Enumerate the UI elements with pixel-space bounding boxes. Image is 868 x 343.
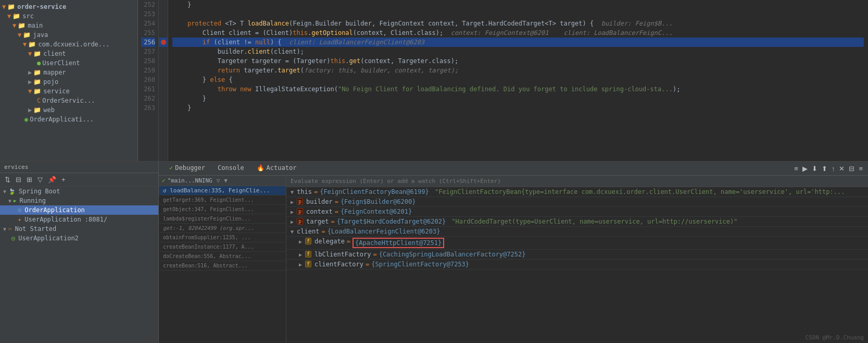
debugger-tabs: ✓ Debugger Console 🔥 Actuator ≡ ▶ ⬇ ⬆ ↑ … xyxy=(159,162,868,176)
stepinto-icon-btn[interactable]: ⬆ xyxy=(821,164,828,174)
debugger-panel: ✓ Debugger Console 🔥 Actuator ≡ ▶ ⬇ ⬆ ↑ … xyxy=(159,162,868,343)
file-tree-item-client[interactable]: ▼ 📁 client xyxy=(0,49,137,58)
frame-selector[interactable]: "main...NNING xyxy=(168,177,212,184)
code-line-261: throw new IllegalStateException("No Feig… xyxy=(172,84,864,94)
expand-icon: ▼ xyxy=(3,189,6,194)
var-item-builder[interactable]: ▶ p builder = {Feign$Builder@6200} xyxy=(286,197,868,207)
call-stack-header: ✓ "main...NNING ▽ ▼ xyxy=(159,176,286,186)
filter-icon[interactable]: ▽ xyxy=(217,177,220,184)
stepout-icon-btn[interactable]: ↑ xyxy=(831,164,836,174)
type-f-icon-2: f xyxy=(305,251,311,258)
orderapplication-icon: ⚙ xyxy=(18,206,21,214)
var-item-clientfactory[interactable]: ▶ f clientFactory = {SpringClientFactory… xyxy=(286,260,868,270)
file-tree-item-order-service[interactable]: ▼ 📁 order-service xyxy=(0,2,137,11)
eval-input[interactable] xyxy=(291,178,864,185)
toolbar-btn-add[interactable]: + xyxy=(60,175,67,185)
tree-item-notstarted[interactable]: ▼ ✂ Not Started xyxy=(0,224,158,234)
toolbar-btn-pin[interactable]: 📌 xyxy=(46,175,58,185)
var-item-target[interactable]: ▶ p target = {Target$HardCodedTarget@620… xyxy=(286,217,868,227)
tree-item-running[interactable]: ▼ ▶ Running xyxy=(0,196,158,205)
call-item-8[interactable]: createBean:516, Abstract... xyxy=(159,261,286,271)
toolbar-btn-filter[interactable]: ▽ xyxy=(36,175,44,185)
code-line-259: return targeter.target( factory: this, b… xyxy=(172,66,864,75)
rerun-icon-btn[interactable]: ≡ xyxy=(793,164,799,174)
frames-icon-btn[interactable]: ⊟ xyxy=(848,164,856,174)
call-item-7[interactable]: doCreateBean:556, Abstrac... xyxy=(159,252,286,261)
toolbar-btn-collapse[interactable]: ⊟ xyxy=(14,175,23,185)
tree-item-springboot[interactable]: ▼ 🍃 Spring Boot xyxy=(0,187,158,196)
type-f-icon: f xyxy=(305,238,311,244)
expand-context-icon: ▶ xyxy=(291,209,294,215)
code-line-258: Targeter targeter = (Targeter)this.get(c… xyxy=(172,56,864,66)
expand-delegate-icon: ▶ xyxy=(299,239,302,244)
expand-target-icon: ▶ xyxy=(291,219,294,225)
tab-debugger[interactable]: ✓ Debugger xyxy=(163,162,211,175)
line-numbers: 252 253 254 255 256 257 258 259 260 261 … xyxy=(138,0,159,161)
var-item-lbclientfactory[interactable]: ▶ f lbClientFactory = {CachingSpringLoad… xyxy=(286,250,868,260)
userapplication2-icon: ◎ xyxy=(11,235,15,242)
expand-icon: ▼ xyxy=(8,198,11,204)
expand-builder-icon: ▶ xyxy=(291,199,294,205)
call-item-1[interactable]: getTarget:369, FeignClient... xyxy=(159,195,286,205)
notstarted-label: Not Started xyxy=(15,225,56,232)
userapplication-icon: ✦ xyxy=(18,216,21,223)
file-tree-item-service[interactable]: ▼ 📁 service xyxy=(0,87,137,96)
file-tree-item-src[interactable]: ▼ 📁 src xyxy=(0,11,137,21)
file-tree-item-web[interactable]: ▶ 📁 web xyxy=(0,105,137,115)
threads-icon-btn[interactable]: ≡ xyxy=(858,164,864,174)
notstarted-icon: ✂ xyxy=(8,226,12,232)
file-tree: ▼ 📁 order-service ▼ 📁 src ▼ 📁 main ▼ 📁 j… xyxy=(0,0,138,161)
springboot-label: Spring Boot xyxy=(19,188,60,195)
tree-item-orderapplication[interactable]: ⚙ OrderApplication xyxy=(0,205,158,215)
editor-area: ▼ 📁 order-service ▼ 📁 src ▼ 📁 main ▼ 📁 j… xyxy=(0,0,868,162)
file-tree-item-mapper[interactable]: ▶ 📁 mapper xyxy=(0,68,137,77)
call-item-4[interactable]: get:-1, 820422499 (org.spr... xyxy=(159,224,286,233)
toolbar-btn-group[interactable]: ⊞ xyxy=(25,175,34,185)
call-item-5[interactable]: obtainFromSupplier:1235, ... xyxy=(159,233,286,242)
expand-client-icon: ▼ xyxy=(291,229,294,235)
var-item-delegate[interactable]: ▶ f delegate = {ApacheHttpClient@7251} xyxy=(286,237,868,250)
code-line-263: } xyxy=(172,103,864,113)
gutter xyxy=(159,0,168,161)
call-item-2[interactable]: getObject:347, FeignClient... xyxy=(159,205,286,214)
call-item-3[interactable]: lambda$registerFeignClien... xyxy=(159,214,286,224)
running-icon: ▶ xyxy=(14,198,16,203)
stoprunning-icon-btn[interactable]: ✕ xyxy=(838,164,846,174)
file-tree-item-main[interactable]: ▼ 📁 main xyxy=(0,21,137,30)
var-item-client[interactable]: ▼ client = {LoadBalancerFeignClient@6203… xyxy=(286,227,868,237)
call-item-0[interactable]: ↺ loadBalance:335, FeignClie... xyxy=(159,186,286,195)
bottom-panel: ervices ⇅ ⊟ ⊞ ▽ 📌 + ▼ 🍃 Spring Boot ▼ xyxy=(0,162,868,343)
resume-icon-btn[interactable]: ▶ xyxy=(801,164,809,174)
toolbar-btn-sort[interactable]: ⇅ xyxy=(3,175,12,185)
dropdown-icon[interactable]: ▼ xyxy=(224,177,228,184)
var-item-this[interactable]: ▼ this = {FeignClientFactoryBean@6199} "… xyxy=(286,187,868,197)
services-header: ervices xyxy=(0,162,158,173)
code-line-257: builder.client(client); xyxy=(172,47,864,56)
running-label: Running xyxy=(19,197,46,204)
debugger-content: ✓ "main...NNING ▽ ▼ ↺ loadBalance:335, F… xyxy=(159,176,868,343)
file-tree-item-userclient[interactable]: ● UserClient xyxy=(0,58,137,68)
file-tree-item-orderapplication[interactable]: ◉ OrderApplicati... xyxy=(0,115,137,124)
tab-console[interactable]: Console xyxy=(211,162,250,175)
orderapplication-label: OrderApplication xyxy=(24,206,85,214)
eval-bar xyxy=(286,176,868,187)
code-line-253 xyxy=(172,9,864,19)
code-line-262: } xyxy=(172,94,864,103)
file-tree-item-orderservice[interactable]: C OrderServic... xyxy=(0,96,137,105)
file-tree-item-com[interactable]: ▼ 📁 com.dcxuexi.orde... xyxy=(0,40,137,49)
file-tree-item-pojo[interactable]: ▶ 📁 pojo xyxy=(0,77,137,87)
debug-tab-icons: ≡ ▶ ⬇ ⬆ ↑ ✕ ⊟ ≡ xyxy=(793,164,864,174)
services-panel: ervices ⇅ ⊟ ⊞ ▽ 📌 + ▼ 🍃 Spring Boot ▼ xyxy=(0,162,159,343)
main-container: ▼ 📁 order-service ▼ 📁 src ▼ 📁 main ▼ 📁 j… xyxy=(0,0,868,343)
code-editor: 252 253 254 255 256 257 258 259 260 261 … xyxy=(138,0,868,161)
var-item-context[interactable]: ▶ p context = {FeignContext@6201} xyxy=(286,207,868,217)
expand-cf-icon: ▶ xyxy=(299,262,302,267)
tree-item-userapplication2[interactable]: ◎ UserApplication2 xyxy=(0,234,158,243)
call-item-6[interactable]: createBeanInstance:1177, A... xyxy=(159,242,286,252)
tree-item-userapplication[interactable]: ✦ UserApplication :8081/ xyxy=(0,215,158,224)
code-line-256: if (client != null) { client: LoadBalanc… xyxy=(172,38,864,47)
type-f-icon-3: f xyxy=(305,261,311,267)
file-tree-item-java[interactable]: ▼ 📁 java xyxy=(0,30,137,40)
tab-actuator[interactable]: 🔥 Actuator xyxy=(250,162,303,175)
stepover-icon-btn[interactable]: ⬇ xyxy=(811,164,819,174)
